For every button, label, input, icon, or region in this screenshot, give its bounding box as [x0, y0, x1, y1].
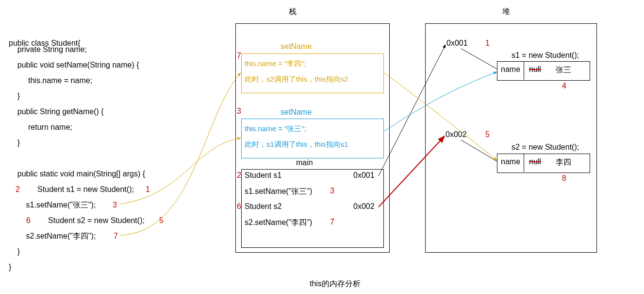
- heap-obj1-new: 张三: [556, 65, 571, 75]
- heap-obj1-null: null: [529, 65, 541, 74]
- code-line: public void setName(String name) {: [9, 60, 139, 69]
- main-row2: s1.setName("张三"): [245, 187, 312, 197]
- code-line: private String name;: [9, 45, 87, 54]
- diagram-caption: this的内存分析: [310, 279, 361, 289]
- code-line: return name;: [9, 122, 72, 132]
- heap-obj2-null: null: [529, 157, 541, 166]
- frame-marker-7: 7: [237, 52, 241, 60]
- code-marker-7: 7: [114, 231, 118, 241]
- frame-line: this.name = "李四";: [245, 59, 306, 69]
- code-marker-2: 2: [16, 185, 20, 194]
- heap-marker-1: 1: [485, 39, 490, 48]
- code-line: }: [9, 262, 11, 272]
- code-line: public static void main(String[] args) {: [9, 169, 145, 178]
- code-line: public String getName() {: [9, 107, 104, 116]
- frame-line: 此时，s1调用了this，this指向s1: [245, 140, 348, 149]
- main-marker-2: 2: [237, 171, 241, 180]
- code-line: }: [9, 91, 20, 101]
- heap-addr1: 0x001: [446, 39, 468, 48]
- frame-title-setname-top: setName: [281, 42, 312, 51]
- heap-heading: 堆: [502, 7, 510, 17]
- code-marker-5: 5: [159, 216, 164, 225]
- frame-title-main: main: [296, 158, 313, 167]
- heap-obj2-new: 李四: [556, 157, 571, 168]
- heap-obj1-divider: [524, 61, 524, 80]
- heap-marker-5: 5: [485, 130, 490, 139]
- heap-obj1-label: s1 = new Student();: [512, 51, 579, 60]
- heap-obj2-field: name: [501, 157, 520, 166]
- code-line: }: [9, 138, 20, 147]
- main-marker-3: 3: [330, 187, 334, 195]
- main-row1-left: Student s1: [245, 171, 282, 180]
- main-marker-7: 7: [330, 218, 334, 226]
- stack-heading: 栈: [289, 7, 297, 17]
- code-marker-3: 3: [113, 200, 117, 209]
- main-row3-right: 0x002: [353, 202, 375, 211]
- frame-line: this.name = "张三";: [245, 124, 306, 134]
- main-row4: s2.setName("李四"): [245, 218, 312, 228]
- code-line: }: [9, 247, 20, 256]
- frame-line: 此时，s2调用了this，this指向s2: [245, 75, 348, 84]
- main-row3-left: Student s2: [245, 202, 282, 211]
- code-line-s1-decl: Student s1 = new Student();: [22, 185, 134, 194]
- heap-obj2-label: s2 = new Student();: [512, 143, 579, 152]
- heap-obj1-field: name: [501, 65, 520, 74]
- frame-marker-3: 3: [237, 107, 241, 116]
- main-row1-right: 0x001: [353, 171, 375, 180]
- heap-obj2-divider: [524, 154, 524, 172]
- code-line: this.name = name;: [9, 76, 92, 85]
- code-line-setname1: s1.setName("张三");: [9, 200, 96, 209]
- frame-title-setname-mid: setName: [281, 108, 312, 117]
- code-line-s2-decl: Student s2 = new Student();: [33, 216, 145, 225]
- code-marker-1: 1: [146, 185, 150, 194]
- heap-addr2: 0x002: [446, 130, 467, 139]
- code-line-setname2: s2.setName("李四");: [9, 231, 96, 241]
- main-marker-6: 6: [237, 202, 241, 211]
- code-marker-6: 6: [26, 216, 31, 225]
- heap-marker-4: 4: [562, 82, 566, 90]
- heap-marker-8: 8: [562, 174, 566, 183]
